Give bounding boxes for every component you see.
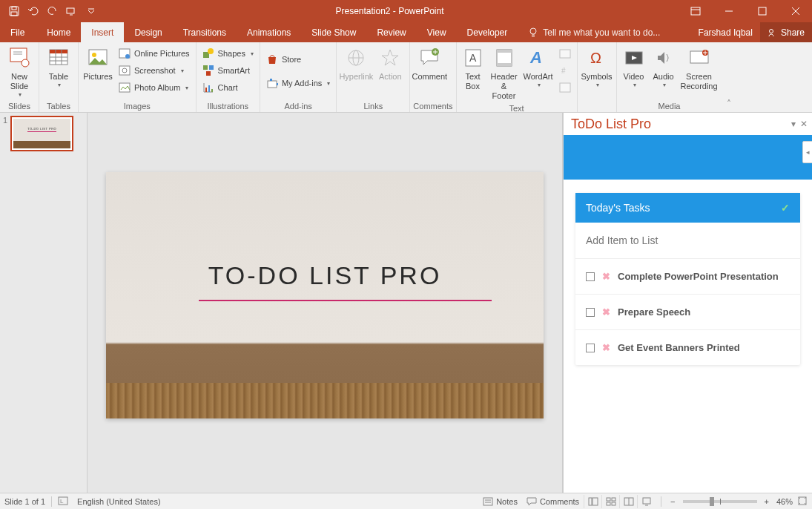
taskpane-title: ToDo List Pro xyxy=(571,116,791,132)
symbols-button[interactable]: Ω Symbols▾ xyxy=(581,44,613,91)
new-slide-button[interactable]: New Slide▾ xyxy=(3,44,36,100)
slide-sorter-button[interactable] xyxy=(601,495,619,508)
online-pictures-button[interactable]: Online Pictures xyxy=(116,45,193,62)
start-from-beginning-button[interactable] xyxy=(62,1,82,21)
slide-indicator[interactable]: Slide 1 of 1 xyxy=(4,497,45,506)
svg-rect-53 xyxy=(560,50,570,58)
store-button[interactable]: Store xyxy=(263,51,333,68)
zoom-slider[interactable] xyxy=(683,500,757,503)
view-switcher xyxy=(584,495,655,508)
pictures-button[interactable]: Pictures xyxy=(82,44,114,83)
qat-customize-button[interactable] xyxy=(82,1,101,21)
save-button[interactable] xyxy=(4,1,24,21)
todo-checkbox[interactable] xyxy=(586,308,595,317)
screenshot-button[interactable]: Screenshot▾ xyxy=(116,62,193,79)
slide-canvas[interactable]: TO-DO LIST PRO xyxy=(106,172,544,418)
action-button[interactable]: Action xyxy=(374,44,406,83)
todo-delete-button[interactable]: ✖ xyxy=(602,306,610,318)
wordart-button[interactable]: A WordArt▾ xyxy=(522,44,555,91)
tab-review[interactable]: Review xyxy=(366,22,416,42)
taskpane-header-bar: ◂ xyxy=(564,135,812,180)
date-time-button[interactable] xyxy=(556,45,574,62)
user-name[interactable]: Farshad Iqbal xyxy=(691,22,760,42)
slideshow-view-button[interactable] xyxy=(637,495,655,508)
slide-title[interactable]: TO-DO LIST PRO xyxy=(106,261,544,290)
fit-to-window-button[interactable] xyxy=(797,496,808,508)
tell-me-search[interactable]: Tell me what you want to do... xyxy=(518,22,690,42)
svg-text:A: A xyxy=(529,48,542,67)
todo-checkbox[interactable] xyxy=(586,344,595,352)
table-button[interactable]: Table▾ xyxy=(42,44,75,91)
ribbon-display-options-button[interactable] xyxy=(679,0,712,22)
hyperlink-button[interactable]: Hyperlink xyxy=(340,44,372,83)
share-button[interactable]: Share xyxy=(760,22,812,42)
collapse-ribbon-button[interactable]: ˄ xyxy=(727,99,731,109)
tab-animations[interactable]: Animations xyxy=(237,22,301,42)
add-item-input[interactable] xyxy=(586,234,790,246)
taskpane-menu-button[interactable]: ▾ xyxy=(791,119,796,129)
slide-editor[interactable]: TO-DO LIST PRO xyxy=(88,113,563,493)
my-addins-button[interactable]: My Add-ins▾ xyxy=(263,75,333,91)
todo-item-text: Get Event Banners Printed xyxy=(618,342,740,353)
thumbnail-panel[interactable]: 1 TO-DO LIST PRO xyxy=(0,113,88,493)
header-footer-button[interactable]: Header & Footer xyxy=(488,44,521,103)
check-icon[interactable]: ✓ xyxy=(781,202,790,214)
language-indicator[interactable]: English (United States) xyxy=(77,497,161,506)
reading-view-button[interactable] xyxy=(619,495,637,508)
video-button[interactable]: Video▾ xyxy=(620,44,648,91)
zoom-in-button[interactable]: + xyxy=(762,497,772,506)
photo-album-button[interactable]: Photo Album▾ xyxy=(116,79,193,96)
svg-point-14 xyxy=(22,59,29,67)
normal-view-button[interactable] xyxy=(584,495,601,508)
tab-transitions[interactable]: Transitions xyxy=(173,22,237,42)
tab-view[interactable]: View xyxy=(417,22,457,42)
todo-card: Today's Tasks ✓ ✖ Complete PowerPoint Pr… xyxy=(575,193,800,365)
spell-check-icon[interactable]: L xyxy=(58,496,70,508)
slide-number-button[interactable]: # xyxy=(556,62,574,79)
object-button[interactable] xyxy=(556,79,574,96)
minimize-button[interactable] xyxy=(712,0,745,22)
text-box-button[interactable]: A Text Box xyxy=(460,44,486,93)
todo-item: ✖ Complete PowerPoint Presentation xyxy=(575,259,800,295)
shapes-button[interactable]: Shapes▾ xyxy=(199,45,257,62)
tab-developer[interactable]: Developer xyxy=(457,22,518,42)
tab-insert[interactable]: Insert xyxy=(81,22,124,42)
comment-button[interactable]: Comment xyxy=(413,44,446,83)
todo-delete-button[interactable]: ✖ xyxy=(602,342,610,353)
slide-thumbnail-1[interactable]: 1 TO-DO LIST PRO xyxy=(3,116,84,151)
maximize-button[interactable] xyxy=(745,0,779,22)
date-time-icon xyxy=(559,47,571,59)
svg-rect-6 xyxy=(759,7,766,15)
pictures-icon xyxy=(88,45,108,70)
chart-button[interactable]: Chart xyxy=(199,79,257,96)
share-icon xyxy=(768,27,778,38)
screen-recording-button[interactable]: Screen Recording xyxy=(679,44,719,93)
todo-delete-button[interactable]: ✖ xyxy=(602,271,610,282)
svg-point-10 xyxy=(769,29,773,33)
todo-checkbox[interactable] xyxy=(586,272,595,281)
slide-number-icon: # xyxy=(559,65,571,76)
tab-slideshow[interactable]: Slide Show xyxy=(301,22,366,42)
notes-button[interactable]: Notes xyxy=(478,497,522,506)
tell-me-placeholder: Tell me what you want to do... xyxy=(543,27,660,38)
screenshot-icon xyxy=(119,65,131,76)
tab-design[interactable]: Design xyxy=(124,22,172,42)
table-icon xyxy=(48,45,69,70)
svg-rect-38 xyxy=(268,81,277,88)
svg-rect-3 xyxy=(67,8,74,13)
comments-icon xyxy=(527,497,537,506)
taskpane-collapse-button[interactable]: ◂ xyxy=(802,141,812,163)
ribbon-insert: New Slide▾ Slides Table▾ Tables Pictures… xyxy=(0,42,812,113)
new-slide-icon xyxy=(9,45,30,70)
zoom-out-button[interactable]: − xyxy=(667,497,678,506)
redo-button[interactable] xyxy=(43,1,62,21)
close-button[interactable] xyxy=(779,0,812,22)
tab-home[interactable]: Home xyxy=(36,22,81,42)
audio-button[interactable]: Audio▾ xyxy=(650,44,678,91)
tab-file[interactable]: File xyxy=(0,22,36,42)
comments-button[interactable]: Comments xyxy=(522,497,584,506)
taskpane-close-button[interactable]: ✕ xyxy=(800,119,808,129)
smartart-button[interactable]: SmartArt xyxy=(199,62,257,79)
zoom-level[interactable]: 46% xyxy=(772,497,797,506)
undo-button[interactable] xyxy=(24,1,43,21)
